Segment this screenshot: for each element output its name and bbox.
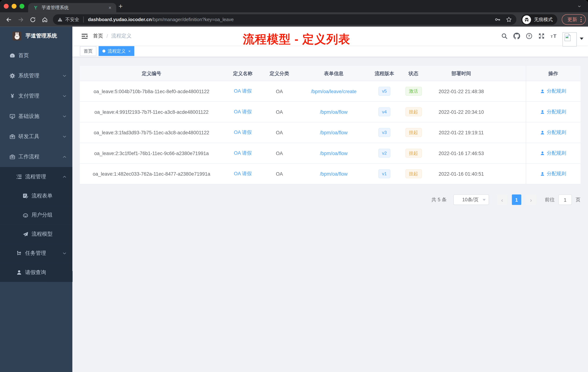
browser-update-button[interactable]: 更新 [562, 14, 586, 25]
sidebar-item-toolbox[interactable]: 研发工具 [0, 127, 72, 147]
cell-status: 挂起 [398, 107, 429, 117]
font-size-icon[interactable]: TT [551, 33, 557, 39]
prev-page-button[interactable]: ‹ [497, 194, 507, 205]
sidebar-item-dashboard[interactable]: 首页 [0, 45, 72, 66]
sidebar-item-form-edit[interactable]: 流程表单 [0, 186, 72, 205]
assign-rule-link[interactable]: 分配规则 [540, 170, 566, 177]
column-header: 部署时间 [430, 70, 493, 77]
toolbox-icon [10, 134, 15, 140]
not-secure-warning-icon [57, 17, 63, 22]
tag-close-icon[interactable]: × [128, 49, 131, 53]
sidebar-item-label: 研发工具 [18, 133, 40, 140]
incognito-icon [522, 15, 531, 24]
assign-rule-link[interactable]: 分配规则 [540, 150, 566, 156]
cell-definition-category: OA [262, 88, 296, 94]
form-info-link[interactable]: /bpm/oa/flow [320, 130, 348, 135]
view-tag[interactable]: 首页 [80, 46, 96, 56]
goto-label: 前往 [545, 196, 555, 203]
tab-title: 芋道管理系统 [42, 5, 107, 11]
deploy-time: 2022-01-16 01:40:51 [439, 171, 484, 176]
sidebar-item-label: 流程表单 [32, 192, 52, 199]
cell-definition-category: OA [262, 109, 296, 115]
sidebar-item-yen[interactable]: ¥支付管理 [0, 86, 72, 106]
search-icon[interactable] [501, 33, 508, 39]
cell-status: 挂起 [398, 169, 429, 178]
sidebar-item-monitor[interactable]: 基础设施 [0, 106, 72, 127]
cell-definition-id: oa_leave:5:004b710b-7b8a-11ec-8ef0-acde4… [80, 88, 223, 94]
breadcrumb-home[interactable]: 首页 [93, 33, 103, 39]
tab-close-icon[interactable]: × [107, 5, 113, 11]
assign-rule-link[interactable]: 分配规则 [540, 109, 566, 115]
status-badge: 激活 [405, 87, 422, 96]
goto-page-input[interactable]: 1 [558, 194, 572, 205]
sidebar-item-label: 支付管理 [18, 93, 40, 99]
next-page-button[interactable]: › [526, 194, 536, 205]
form-info-link[interactable]: /bpm/oa/flow [320, 109, 348, 115]
form-info-link[interactable]: /bpm/oa/leave/create [311, 88, 356, 94]
sidebar-item-person[interactable]: 请假查询 [0, 263, 72, 282]
sidebar-item-paper-plane[interactable]: 流程模型 [0, 224, 72, 243]
sidebar-item-list-tree[interactable]: 流程管理 [0, 167, 72, 186]
cell-actions: 分配规则 [526, 150, 580, 156]
definition-id: oa_leave:5:004b710b-7b8a-11ec-8ef0-acde4… [94, 88, 210, 94]
password-key-icon[interactable] [494, 17, 501, 22]
forward-icon[interactable] [18, 16, 24, 23]
definition-name-link[interactable]: OA 请假 [234, 170, 252, 177]
form-info-link[interactable]: /bpm/oa/flow [320, 171, 348, 176]
hamburger-icon[interactable] [81, 33, 88, 40]
user-avatar[interactable] [563, 32, 577, 46]
form-info-link[interactable]: /bpm/oa/flow [320, 150, 348, 156]
fullscreen-icon[interactable] [538, 33, 545, 39]
sidebar-item-briefcase[interactable]: 工作流程 [0, 147, 72, 167]
home-icon[interactable] [42, 16, 48, 23]
assign-rule-link[interactable]: 分配规则 [540, 88, 566, 95]
reload-icon[interactable] [30, 16, 36, 23]
update-label: 更新 [567, 16, 577, 23]
tab-overflow-chevron-icon[interactable] [577, 5, 582, 8]
main-area: 首页 / 流程定义 ? TT 流程模型 - 定义列表 首页流程定义× [72, 27, 588, 372]
browser-menu-dots-icon[interactable] [580, 17, 582, 22]
view-tag[interactable]: 流程定义× [99, 46, 134, 56]
github-icon[interactable] [514, 33, 520, 39]
cell-deploy-time: 2022-01-16 17:46:53 [430, 150, 493, 156]
definition-name-link[interactable]: OA 请假 [234, 129, 252, 136]
sidebar-item-org-tree[interactable]: 任务管理 [0, 244, 72, 263]
sidebar-item-label: 流程管理 [25, 173, 46, 180]
chevron-down-icon [62, 94, 67, 98]
cell-version: v5 [371, 87, 398, 96]
cell-definition-id: oa_leave:4:991f2193-7b7f-11ec-a3c8-acde4… [80, 109, 223, 115]
traffic-lights [4, 4, 24, 9]
back-icon[interactable] [6, 16, 12, 23]
sidebar: 芋道管理系统 首页系统管理¥支付管理基础设施研发工具工作流程流程管理流程表单用户… [0, 27, 72, 372]
window-zoom-button[interactable] [20, 4, 24, 9]
user-icon [540, 89, 545, 94]
url-host: dashboard.yudao.iocoder.cn [88, 17, 152, 22]
status-badge: 挂起 [405, 169, 422, 178]
status-badge: 挂起 [405, 107, 422, 117]
address-bar[interactable]: 不安全 dashboard.yudao.iocoder.cn/bpm/manag… [53, 14, 516, 25]
version-badge: v2 [378, 149, 390, 158]
app-logo[interactable]: 芋道管理系统 [0, 27, 72, 45]
cell-deploy-time: 2022-01-22 21:48:38 [430, 88, 493, 94]
definition-name-link[interactable]: OA 请假 [234, 88, 252, 95]
help-icon[interactable]: ? [526, 33, 533, 39]
fixed-column-divider [526, 66, 526, 184]
window-minimize-button[interactable] [12, 4, 17, 9]
cell-definition-id: oa_leave:2:3c1f0ef1-76b1-11ec-9c66-a2380… [80, 150, 223, 156]
bookmark-star-icon[interactable] [506, 17, 512, 22]
window-close-button[interactable] [4, 4, 9, 9]
definition-name-link[interactable]: OA 请假 [234, 109, 252, 115]
avatar-caret-down-icon[interactable] [580, 37, 584, 40]
cell-form-info: /bpm/oa/flow [296, 130, 371, 135]
definition-name-link[interactable]: OA 请假 [234, 150, 252, 156]
new-tab-button[interactable]: + [118, 2, 123, 10]
browser-tab[interactable]: 芋道管理系统 × [28, 3, 116, 12]
sidebar-item-gear[interactable]: 系统管理 [0, 66, 72, 86]
user-group-icon [22, 212, 29, 218]
sidebar-item-user-group[interactable]: 用户分组 [0, 205, 72, 224]
page-size-select[interactable]: 10条/页 [453, 194, 489, 205]
assign-rule-link[interactable]: 分配规则 [540, 129, 566, 136]
cell-form-info: /bpm/oa/flow [296, 150, 371, 156]
current-page-button[interactable]: 1 [512, 194, 521, 205]
table-header-row: 定义编号定义名称定义分类表单信息流程版本状态部署时间操作 [80, 66, 580, 81]
